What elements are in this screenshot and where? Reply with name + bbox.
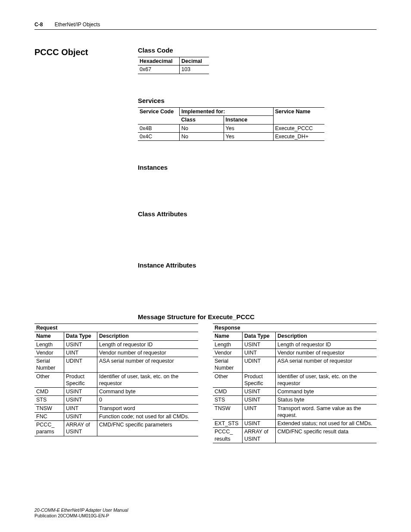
cell: No [180,132,224,140]
message-structure-heading: Message Structure for Execute_PCCC [138,313,377,321]
table-row: TNSWUINTTransport word [34,404,198,412]
class-attributes-heading: Class Attributes [138,210,377,218]
cell: CMD [213,388,243,396]
footer-manual-title: 20-COMM-E EtherNet/IP Adapter User Manua… [34,507,128,513]
cell: Transport word [97,404,199,412]
table-row: CMDUSINTCommand byte [213,388,377,396]
cell: UINT [64,348,97,357]
cell: USINT [243,396,276,404]
cell: UINT [243,404,276,420]
cell: Other [34,372,64,388]
instance-attributes-heading: Instance Attributes [138,261,377,270]
col-data-type: Data Type [243,332,276,340]
cell: EXT_STS [213,420,243,428]
services-table: Service Code Implemented for: Service Na… [138,107,324,141]
table-row: STSUSINT0 [34,396,198,404]
table-row: STSUSINTStatus byte [213,396,377,404]
col-service-name: Service Name [273,108,324,124]
cell: PCCC_ params [34,421,64,436]
cell: UINT [64,404,97,412]
cell: Command byte [97,388,199,396]
cell: ASA serial number of requestor [97,357,199,373]
table-row: PCCC_ resultsARRAY of USINTCMD/FNC speci… [213,428,377,443]
cell: Function code; not used for all CMDs. [97,412,199,420]
cell: 0x67 [138,65,180,74]
cell: USINT [64,388,97,396]
table-row: EXT_STSUSINTExtended status; not used fo… [213,420,377,428]
cell: 0 [97,396,199,404]
response-table: Response Name Data Type Description Leng… [213,324,377,443]
cell: USINT [243,420,276,428]
cell: Vendor number of requestor [97,348,199,357]
cell: ASA serial number of requestor [276,357,377,373]
request-title: Request [34,324,198,332]
cell: ARRAY of USINT [64,421,97,436]
cell: PCCC_ results [213,428,243,443]
cell: Length [213,340,243,348]
class-code-table: Hexadecimal Decimal 0x67 103 [138,57,209,74]
cell: Vendor number of requestor [276,348,377,357]
table-row: 0x4B No Yes Execute_PCCC [138,124,324,132]
table-row: FNCUSINTFunction code; not used for all … [34,412,198,420]
cell: 0x4B [138,124,180,132]
instances-heading: Instances [138,163,377,172]
cell: USINT [64,412,97,420]
col-instance: Instance [224,116,273,124]
cell: Yes [224,132,273,140]
page-header: C-8 EtherNet/IP Objects [34,22,377,30]
cell: Other [213,372,243,388]
cell: Yes [224,124,273,132]
cell: Execute_PCCC [273,124,324,132]
table-row: Serial NumberUDINTASA serial number of r… [34,357,198,373]
cell: USINT [243,388,276,396]
cell: USINT [64,340,97,348]
cell: USINT [64,396,97,404]
table-row: PCCC_ paramsARRAY of USINTCMD/FNC specif… [34,421,198,436]
object-title: PCCC Object [34,46,138,58]
cell: UINT [243,348,276,357]
cell: Identifier of user, task, etc. on the re… [276,372,377,388]
cell: 0x4C [138,132,180,140]
cell: CMD/FNC specific parameters [97,421,199,436]
class-code-heading: Class Code [138,46,377,55]
col-name: Name [213,332,243,340]
table-row: OtherProduct SpecificIdentifier of user,… [34,372,198,388]
cell: USINT [243,340,276,348]
cell: Vendor [34,348,64,357]
col-class: Class [180,116,224,124]
cell: TNSW [213,404,243,420]
table-row: Serial NumberUDINTASA serial number of r… [213,357,377,373]
table-row: 0x4C No Yes Execute_DH+ [138,132,324,140]
cell: Status byte [276,396,377,404]
cell: TNSW [34,404,64,412]
cell: ARRAY of USINT [243,428,276,443]
cell: Serial Number [213,357,243,373]
cell: UDINT [64,357,97,373]
cell: Execute_DH+ [273,132,324,140]
cell: FNC [34,412,64,420]
cell: Transport word. Same value as the reques… [276,404,377,420]
col-description: Description [97,332,199,340]
cell: CMD [34,388,64,396]
cell: Identifier of user, task, etc. on the re… [97,372,199,388]
col-dec: Decimal [180,57,209,65]
table-row: VendorUINTVendor number of requestor [34,348,198,357]
page-footer: 20-COMM-E EtherNet/IP Adapter User Manua… [34,507,128,519]
services-heading: Services [138,96,377,105]
cell: No [180,124,224,132]
cell: Extended status; not used for all CMDs. [276,420,377,428]
section-title: EtherNet/IP Objects [55,22,100,28]
cell: Command byte [276,388,377,396]
col-hex: Hexadecimal [138,57,180,65]
cell: Length of requestor ID [97,340,199,348]
cell: STS [34,396,64,404]
col-implemented-for: Implemented for: [180,108,274,116]
col-description: Description [276,332,377,340]
table-row: LengthUSINTLength of requestor ID [213,340,377,348]
table-row: CMDUSINTCommand byte [34,388,198,396]
col-data-type: Data Type [64,332,97,340]
cell: Length [34,340,64,348]
table-row: OtherProduct SpecificIdentifier of user,… [213,372,377,388]
cell: Vendor [213,348,243,357]
cell: Product Specific [64,372,97,388]
